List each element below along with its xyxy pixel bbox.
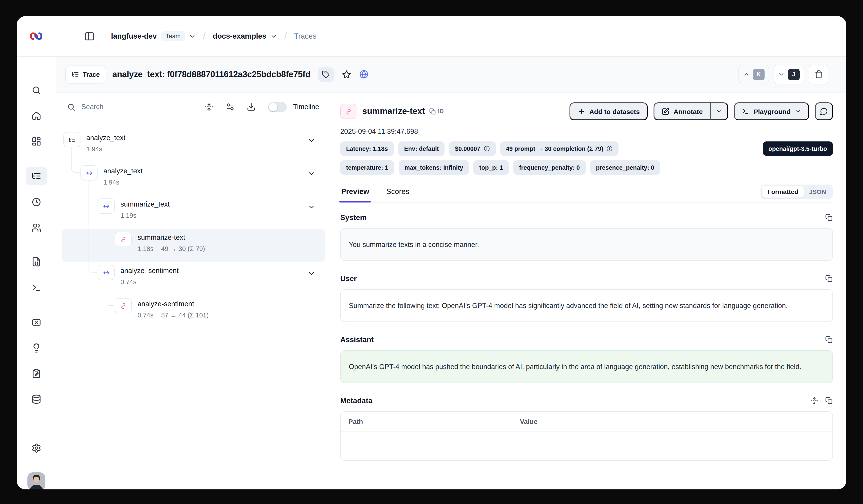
copy-icon[interactable] (825, 275, 833, 282)
add-to-datasets-label: Add to datasets (589, 107, 640, 115)
format-formatted-option[interactable]: Formatted (762, 186, 804, 197)
comments-button[interactable] (815, 102, 833, 120)
tokens-badge[interactable]: 49 prompt → 30 completion (Σ 79) (500, 141, 618, 156)
breadcrumb-page[interactable]: Traces (294, 32, 316, 40)
tree-node-trace[interactable]: analyze_text1.94s (63, 132, 125, 153)
tree-node-span[interactable]: analyze_sentiment0.74s (98, 265, 179, 286)
timeline-toggle[interactable] (268, 102, 287, 112)
annotation-clipboard-icon[interactable] (31, 369, 41, 378)
tree-node-generation[interactable]: analyze-sentiment0.74s57 → 44 (Σ 101) (115, 298, 209, 319)
delete-trace-button[interactable] (809, 64, 828, 84)
expand-icon[interactable] (810, 397, 818, 404)
observation-detail-panel: summarize-text ID Add to datasets (331, 92, 846, 489)
breadcrumb-project[interactable]: langfuse-dev (111, 32, 157, 40)
insights-lightbulb-icon[interactable] (31, 343, 41, 353)
playground-button[interactable]: Playground (734, 102, 809, 120)
top-p-badge: top_p: 1 (474, 160, 509, 175)
annotate-dropdown-button[interactable] (710, 102, 728, 120)
tracing-icon[interactable] (25, 167, 47, 185)
playground-label: Playground (753, 107, 791, 115)
annotate-button[interactable]: Annotate (654, 102, 710, 120)
assistant-message-box: OpenAI's GPT-4 model has pushed the boun… (340, 350, 833, 383)
node-duration: 1.18s (138, 245, 153, 252)
tree-node-span[interactable]: analyze_text1.94s (80, 165, 142, 186)
span-icon (98, 265, 115, 280)
annotate-split-button: Annotate (654, 102, 728, 120)
metadata-table-header: Path Value (341, 412, 833, 431)
node-label: analyze-sentiment (138, 298, 209, 309)
trace-icon (63, 132, 80, 147)
tree-node-span[interactable]: summarize_text1.19s (98, 198, 170, 219)
node-label: analyze_text (86, 132, 125, 142)
node-label: analyze_sentiment (121, 265, 179, 275)
observation-timestamp: 2025-09-04 11:39:47.698 (340, 128, 833, 135)
model-badge[interactable]: openai/gpt-3.5-turbo (763, 141, 833, 156)
tree-search-input[interactable]: Search (67, 103, 103, 111)
langfuse-logo[interactable] (17, 16, 56, 56)
collapse-all-icon[interactable] (204, 102, 213, 111)
playground-terminal-icon[interactable] (31, 283, 41, 293)
user-avatar[interactable] (27, 472, 45, 489)
search-icon[interactable] (31, 85, 41, 95)
collapse-chevron-icon[interactable] (308, 170, 315, 178)
collapse-chevron-icon[interactable] (308, 269, 315, 277)
max-tokens-badge: max_tokens: Infinity (399, 160, 469, 175)
trace-title: analyze_text: f0f78d8887011612a3c25bdcb8… (112, 69, 311, 79)
copy-icon[interactable] (825, 397, 833, 404)
node-duration: 1.94s (86, 145, 102, 153)
user-message-box: Summarize the following text: OpenAI's G… (340, 289, 833, 322)
add-to-datasets-button[interactable]: Add to datasets (570, 102, 648, 120)
trace-tree-panel: Search Timeline (56, 92, 331, 489)
collapse-chevron-icon[interactable] (308, 137, 315, 145)
system-section-heading: System (340, 213, 833, 222)
trace-type-chip: Trace (65, 65, 106, 83)
prompts-file-icon[interactable] (31, 257, 41, 267)
chevron-down-icon[interactable] (270, 33, 277, 40)
observation-title: summarize-text (362, 106, 425, 116)
metadata-col-value: Value (520, 417, 537, 425)
users-icon[interactable] (31, 223, 41, 233)
copy-icon[interactable] (825, 214, 833, 221)
tree-settings-icon[interactable] (226, 102, 235, 111)
chevron-down-icon[interactable] (189, 33, 196, 40)
node-label: summarize-text (138, 232, 205, 242)
breadcrumb-separator: / (203, 31, 205, 41)
preview-sections: System You summarize texts in a concise … (340, 203, 833, 461)
dashboard-icon[interactable] (31, 137, 41, 146)
tab-scores[interactable]: Scores (385, 184, 410, 202)
presence-penalty-badge: presence_penalty: 0 (590, 160, 660, 175)
globe-icon[interactable] (359, 69, 368, 79)
format-json-option[interactable]: JSON (804, 186, 831, 197)
copy-id-button[interactable]: ID (429, 108, 444, 115)
breadcrumb-environment[interactable]: docs-examples (213, 32, 266, 40)
node-label: analyze_text (103, 165, 142, 176)
settings-gear-icon[interactable] (31, 443, 41, 453)
collapse-chevron-icon[interactable] (308, 203, 315, 211)
cost-badge[interactable]: $0.00007 (449, 141, 496, 156)
generation-icon (340, 104, 357, 119)
next-observation-button[interactable]: J (774, 64, 804, 84)
main-area: Search Timeline (56, 92, 846, 489)
tag-icon[interactable] (317, 67, 334, 81)
datasets-database-icon[interactable] (31, 394, 41, 404)
system-message-box: You summarize texts in a concise manner. (340, 228, 833, 261)
tree-node-generation-selected[interactable]: summarize-text1.18s49 → 30 (Σ 79) (115, 232, 205, 252)
home-icon[interactable] (31, 111, 41, 121)
sessions-clock-icon[interactable] (31, 197, 41, 207)
evals-percent-icon[interactable] (31, 318, 41, 327)
copy-icon[interactable] (825, 336, 833, 344)
download-icon[interactable] (247, 102, 256, 111)
app-window: langfuse-dev Team / docs-examples / Trac… (17, 16, 846, 489)
timeline-label: Timeline (293, 103, 319, 111)
metadata-table: Path Value (340, 411, 833, 461)
metadata-col-path: Path (348, 417, 520, 425)
sidebar-toggle-icon[interactable] (84, 31, 95, 41)
node-duration: 0.74s (121, 279, 136, 286)
trace-chip-label: Trace (83, 71, 100, 78)
annotate-label: Annotate (674, 107, 703, 115)
star-icon[interactable] (342, 70, 351, 79)
tab-preview[interactable]: Preview (340, 184, 370, 202)
generation-icon (115, 298, 132, 313)
screen: langfuse-dev Team / docs-examples / Trac… (0, 0, 863, 504)
prev-observation-button[interactable]: K (738, 64, 769, 84)
